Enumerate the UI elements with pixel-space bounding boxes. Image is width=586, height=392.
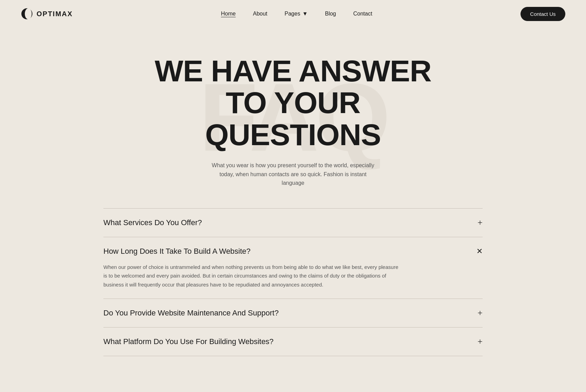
nav-link-home[interactable]: Home [221,11,236,17]
faq-section: What Services Do You Offer? + How Long D… [103,208,483,356]
close-icon-2: ✕ [476,248,483,255]
faq-header-3[interactable]: Do You Provide Website Maintenance And S… [103,309,483,318]
nav-links: Home About Pages ▼ Blog Contact [221,11,372,17]
nav-link-contact[interactable]: Contact [353,11,372,17]
faq-item-4: What Platform Do You Use For Building We… [103,328,483,356]
hero-title: WE HAVE ANSWER TO YOUR QUESTIONS [138,55,448,151]
chevron-down-icon: ▼ [302,11,308,17]
plus-icon-1: + [477,218,483,227]
nav-pages-dropdown[interactable]: Pages ▼ [285,11,308,17]
contact-us-button[interactable]: Contact Us [521,7,565,21]
plus-icon-4: + [477,337,483,346]
navbar: OPTIMAX Home About Pages ▼ Blog Contact … [0,0,586,28]
faq-question-2: How Long Does It Take To Build A Website… [103,247,251,256]
logo-icon [21,8,33,20]
faq-item-2: How Long Does It Take To Build A Website… [103,237,483,299]
nav-item-contact[interactable]: Contact [353,11,372,17]
nav-link-blog[interactable]: Blog [325,11,336,17]
nav-pages-label: Pages [285,11,300,17]
faq-header-1[interactable]: What Services Do You Offer? + [103,218,483,227]
faq-question-1: What Services Do You Offer? [103,218,202,227]
nav-item-pages[interactable]: Pages ▼ [285,11,308,17]
brand-name: OPTIMAX [37,10,73,18]
svg-point-1 [25,8,32,19]
hero-subtitle: What you wear is how you present yoursel… [210,161,376,188]
faq-item-1: What Services Do You Offer? + [103,209,483,237]
main-content: FAQ WE HAVE ANSWER TO YOUR QUESTIONS Wha… [0,28,586,377]
faq-item-3: Do You Provide Website Maintenance And S… [103,299,483,328]
nav-item-home[interactable]: Home [221,11,236,17]
nav-link-about[interactable]: About [253,11,267,17]
faq-question-3: Do You Provide Website Maintenance And S… [103,309,279,318]
plus-icon-3: + [477,309,483,318]
faq-header-2[interactable]: How Long Does It Take To Build A Website… [103,247,483,256]
faq-answer-2: When our power of choice is untrammeled … [103,263,400,289]
logo[interactable]: OPTIMAX [21,8,73,20]
hero-section: WE HAVE ANSWER TO YOUR QUESTIONS What yo… [138,55,448,188]
nav-item-blog[interactable]: Blog [325,11,336,17]
nav-item-about[interactable]: About [253,11,267,17]
faq-header-4[interactable]: What Platform Do You Use For Building We… [103,337,483,346]
faq-question-4: What Platform Do You Use For Building We… [103,337,274,346]
